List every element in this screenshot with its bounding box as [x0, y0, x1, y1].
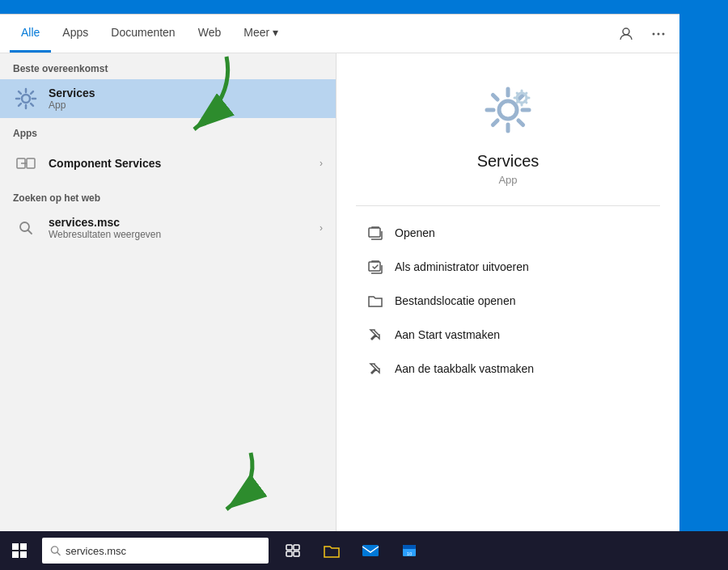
result-web-search[interactable]: services.msc Webresultaten weergeven ›: [0, 209, 336, 247]
taskbar-search-box[interactable]: [42, 538, 269, 564]
tab-alle[interactable]: Alle: [10, 15, 51, 53]
search-tabs: Alle Apps Documenten Web Meer ▾: [0, 15, 679, 53]
component-services-icon: [13, 150, 39, 176]
tabs-container: Alle Apps Documenten Web Meer ▾: [10, 15, 290, 53]
action-pin-taskbar[interactable]: Aan de taakbalk vastmaken: [356, 352, 660, 386]
tab-apps[interactable]: Apps: [51, 15, 99, 53]
services-best-text: Services App: [49, 87, 95, 111]
calendar-button[interactable]: 10: [392, 531, 427, 570]
result-services-best[interactable]: Services App: [0, 79, 336, 118]
start-button[interactable]: [0, 531, 39, 570]
action-pin-start[interactable]: Aan Start vastmaken: [356, 318, 660, 352]
action-pin-start-label: Aan Start vastmaken: [395, 328, 500, 341]
folder-icon: [366, 291, 385, 310]
search-main: Beste overeenkomst Services App Apps: [0, 53, 679, 531]
svg-text:10: 10: [407, 551, 413, 556]
open-icon: [366, 223, 385, 243]
svg-rect-19: [294, 545, 299, 550]
taskbar-search-icon: [50, 545, 61, 556]
detail-subtitle: App: [498, 174, 517, 186]
action-openen[interactable]: Openen: [356, 216, 660, 250]
tab-web[interactable]: Web: [187, 15, 233, 53]
admin-icon: [366, 257, 385, 277]
svg-point-5: [662, 32, 665, 35]
pin-taskbar-icon: [366, 359, 385, 378]
file-explorer-button[interactable]: [314, 531, 349, 570]
component-services-text: Component Services: [49, 157, 161, 170]
svg-point-4: [658, 32, 660, 35]
web-search-arrow: ›: [320, 222, 323, 234]
detail-services-icon: [476, 78, 540, 142]
detail-title: Services: [477, 152, 540, 171]
svg-line-17: [57, 552, 61, 555]
svg-point-6: [22, 95, 30, 103]
svg-rect-15: [369, 262, 380, 271]
action-admin[interactable]: Als administrator uitvoeren: [356, 250, 660, 284]
svg-point-12: [499, 101, 517, 119]
web-header: Zoeken op het web: [0, 183, 336, 209]
best-match-header: Beste overeenkomst: [0, 53, 336, 79]
search-panel: Alle Apps Documenten Web Meer ▾: [0, 14, 679, 531]
svg-rect-24: [403, 545, 416, 549]
svg-point-3: [653, 32, 655, 35]
svg-rect-8: [27, 158, 35, 168]
action-openen-label: Openen: [395, 226, 435, 239]
result-component-services[interactable]: Component Services ›: [0, 144, 336, 183]
action-file-location-label: Bestandslocatie openen: [395, 294, 515, 307]
detail-panel: Services App Openen: [336, 53, 679, 531]
pin-start-icon: [366, 325, 385, 344]
user-icon-button[interactable]: [615, 23, 637, 45]
web-search-icon: [13, 215, 39, 241]
search-results-panel: Beste overeenkomst Services App Apps: [0, 53, 336, 531]
svg-point-2: [623, 28, 629, 35]
apps-header: Apps: [0, 118, 336, 144]
more-options-button[interactable]: [647, 23, 670, 45]
windows-logo-icon: [12, 543, 27, 558]
tab-meer[interactable]: Meer ▾: [232, 15, 290, 53]
action-admin-label: Als administrator uitvoeren: [395, 260, 529, 273]
svg-rect-22: [362, 545, 379, 556]
web-search-text: services.msc Webresultaten weergeven: [49, 216, 161, 240]
svg-rect-21: [294, 551, 299, 556]
svg-rect-20: [286, 551, 292, 556]
taskbar-search-input[interactable]: [66, 545, 260, 557]
action-file-location[interactable]: Bestandslocatie openen: [356, 284, 660, 318]
tab-documenten[interactable]: Documenten: [99, 15, 186, 53]
svg-rect-18: [286, 545, 292, 550]
action-pin-taskbar-label: Aan de taakbalk vastmaken: [395, 362, 534, 375]
tabs-actions: [615, 23, 670, 45]
taskbar-app-icons: 10: [275, 531, 427, 570]
svg-line-11: [28, 230, 32, 234]
services-gear-icon: [13, 86, 39, 112]
taskview-button[interactable]: [275, 531, 311, 570]
component-services-arrow: ›: [320, 158, 323, 169]
detail-divider: [356, 205, 660, 206]
taskbar: 10: [0, 531, 728, 570]
mail-button[interactable]: [353, 531, 388, 570]
svg-rect-14: [369, 228, 380, 237]
